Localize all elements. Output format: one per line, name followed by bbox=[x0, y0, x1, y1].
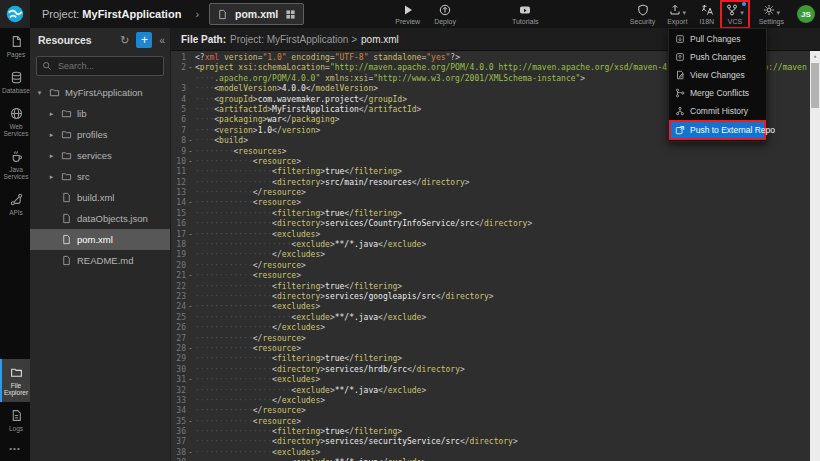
sidebar-item-web-services[interactable]: Web Services bbox=[0, 100, 30, 143]
sidebar-item-apis[interactable]: APIs bbox=[0, 186, 30, 222]
menu-item-label: Pull Changes bbox=[690, 34, 741, 44]
breadcrumb-current-file: pom.xml bbox=[361, 34, 399, 45]
search-input[interactable] bbox=[56, 60, 158, 72]
preview-label: Preview bbox=[395, 18, 420, 25]
folder-icon bbox=[61, 129, 72, 140]
tree-expander-icon[interactable]: ▸ bbox=[47, 131, 56, 139]
globe-icon bbox=[10, 107, 23, 120]
sidebar-item-databases[interactable]: Databases bbox=[0, 64, 30, 100]
menu-item-label: Push to External Repo bbox=[690, 125, 775, 135]
grid-icon[interactable] bbox=[285, 9, 296, 20]
vcs-notification-dot bbox=[742, 2, 746, 6]
apis-icon bbox=[10, 193, 23, 206]
code-line: 22················<filtering>true</filte… bbox=[171, 282, 820, 292]
i18n-button[interactable]: I18N bbox=[696, 3, 717, 26]
nav-overflow-button[interactable]: ••• bbox=[0, 438, 30, 461]
play-icon bbox=[402, 4, 414, 16]
tree-expander-icon[interactable]: ▸ bbox=[47, 152, 56, 160]
tree-item-label: dataObjects.json bbox=[77, 213, 148, 224]
resources-search[interactable] bbox=[36, 56, 164, 76]
tab-pom-xml[interactable]: pom.xml bbox=[209, 3, 304, 25]
code-line: 10-············<resource> bbox=[171, 157, 820, 167]
folder-icon bbox=[61, 171, 72, 182]
code-line: 31-················<excludes> bbox=[171, 375, 820, 385]
menu-item-merge-conflicts[interactable]: Merge Conflicts bbox=[669, 84, 766, 102]
export-button[interactable]: ▾ Export bbox=[664, 3, 690, 26]
wavemaker-logo[interactable] bbox=[0, 0, 30, 28]
resources-header: Resources ↻ + « bbox=[30, 28, 170, 52]
sidebar-item-file-explorer[interactable]: File Explorer bbox=[0, 359, 30, 402]
tree-item-label: services bbox=[77, 150, 112, 161]
code-line: 29················<filtering>true</filte… bbox=[171, 354, 820, 364]
sidebar-item-java-services[interactable]: Java Services bbox=[0, 143, 30, 186]
sidebar-item-label: Java Services bbox=[2, 166, 30, 180]
tutorials-button[interactable]: Tutorials bbox=[509, 3, 542, 26]
pull-icon bbox=[675, 34, 685, 44]
scroll-up-icon[interactable]: ▴ bbox=[810, 51, 820, 61]
sidebar-item-label: Pages bbox=[2, 51, 30, 58]
menu-item-commit-history[interactable]: Commit History bbox=[669, 102, 766, 120]
code-line: 23················<directory>services/go… bbox=[171, 292, 820, 302]
tree-item-build-xml[interactable]: build.xml bbox=[30, 187, 170, 208]
refresh-icon[interactable]: ↻ bbox=[120, 34, 129, 47]
code-line: 19················</excludes> bbox=[171, 250, 820, 260]
security-label: Security bbox=[630, 18, 655, 25]
file-icon bbox=[61, 234, 72, 245]
i18n-label: I18N bbox=[699, 18, 714, 25]
scrollbar-thumb[interactable] bbox=[811, 63, 819, 108]
editor-scrollbar[interactable]: ▴ bbox=[810, 51, 820, 461]
menu-item-label: View Changes bbox=[690, 70, 745, 80]
sidebar-item-logs[interactable]: Logs bbox=[0, 402, 30, 438]
pages-icon bbox=[10, 35, 23, 48]
tree-item-myfirstapplication[interactable]: ▾MyFirstApplication bbox=[30, 82, 170, 103]
tree-item-services[interactable]: ▸services bbox=[30, 145, 170, 166]
project-title: Project: MyFirstApplication bbox=[42, 8, 181, 20]
sidebar-item-label: Databases bbox=[2, 87, 30, 94]
security-button[interactable]: Security bbox=[627, 3, 658, 26]
vcs-button[interactable]: ▾ VCS bbox=[723, 3, 747, 26]
tree-item-dataobjects-json[interactable]: dataObjects.json bbox=[30, 208, 170, 229]
add-resource-button[interactable]: + bbox=[136, 32, 152, 48]
code-line: 32····················<exclude>**/*.java… bbox=[171, 386, 820, 396]
sidebar-item-pages[interactable]: Pages bbox=[0, 28, 30, 64]
code-line: 13············</resource> bbox=[171, 188, 820, 198]
tree-item-profiles[interactable]: ▸profiles bbox=[30, 124, 170, 145]
menu-item-pull-changes[interactable]: Pull Changes bbox=[669, 30, 766, 48]
project-label: Project: bbox=[42, 8, 79, 20]
tree-item-label: profiles bbox=[77, 129, 108, 140]
user-avatar[interactable]: JS bbox=[797, 5, 815, 23]
chevron-down-icon: ▾ bbox=[740, 9, 744, 16]
wavemaker-logo-icon bbox=[6, 5, 24, 23]
wavemaker-ide-window: Project: MyFirstApplication › pom.xml Pr… bbox=[0, 0, 820, 461]
sidebar-item-label: File Explorer bbox=[2, 382, 30, 396]
code-line: 33················</excludes> bbox=[171, 396, 820, 406]
code-line: 18····················<exclude>**/*.java… bbox=[171, 240, 820, 250]
branch-icon bbox=[726, 4, 738, 16]
tree-item-pom-xml[interactable]: pom.xml bbox=[30, 229, 170, 250]
tree-expander-icon[interactable]: ▸ bbox=[47, 173, 56, 181]
nav-top-items: PagesDatabasesWeb ServicesJava ServicesA… bbox=[0, 28, 30, 222]
settings-button[interactable]: ▾ Settings bbox=[756, 3, 787, 26]
tree-item-readme-md[interactable]: README.md bbox=[30, 250, 170, 271]
search-icon bbox=[42, 61, 52, 71]
tree-expander-icon[interactable]: ▸ bbox=[47, 110, 56, 118]
logs-icon bbox=[10, 409, 23, 422]
file-path-label: File Path: bbox=[181, 34, 226, 45]
tree-expander-icon[interactable]: ▾ bbox=[35, 89, 44, 97]
tree-item-label: pom.xml bbox=[77, 234, 113, 245]
tree-item-lib[interactable]: ▸lib bbox=[30, 103, 170, 124]
history-icon bbox=[675, 106, 685, 116]
file-icon bbox=[61, 255, 72, 266]
deploy-button[interactable]: Deploy bbox=[431, 3, 459, 26]
collapse-panel-icon[interactable]: « bbox=[159, 35, 165, 46]
tree-item-src[interactable]: ▸src bbox=[30, 166, 170, 187]
menu-item-push-to-external-repo[interactable]: Push to External Repo bbox=[669, 120, 766, 140]
menu-item-view-changes[interactable]: View Changes bbox=[669, 66, 766, 84]
folder-icon bbox=[61, 108, 72, 119]
code-line: 37················<directory>services/se… bbox=[171, 437, 820, 447]
code-line: 24-················<excludes> bbox=[171, 302, 820, 312]
menu-item-push-changes[interactable]: Push Changes bbox=[669, 48, 766, 66]
project-name: MyFirstApplication bbox=[82, 8, 181, 20]
preview-button[interactable]: Preview bbox=[392, 3, 423, 26]
left-nav-rail: PagesDatabasesWeb ServicesJava ServicesA… bbox=[0, 28, 30, 461]
